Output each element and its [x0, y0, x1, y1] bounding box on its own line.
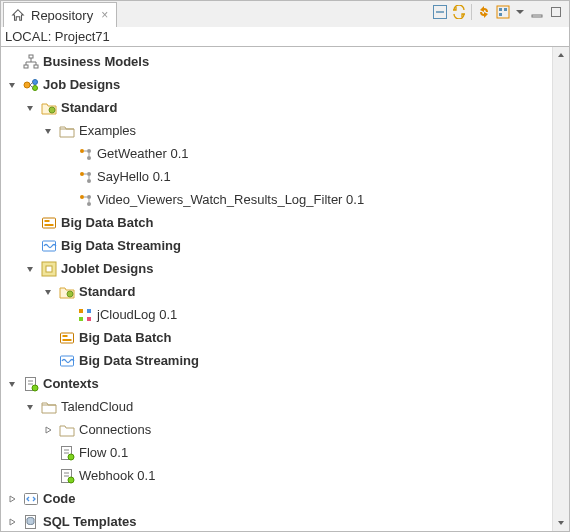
code-icon — [23, 491, 39, 507]
scroll-up-arrow[interactable] — [553, 47, 569, 63]
job-icon — [77, 169, 93, 185]
svg-rect-6 — [532, 15, 542, 17]
tree-node-label: Standard — [79, 284, 135, 299]
tree-node-label: Flow 0.1 — [79, 445, 128, 460]
tree-node[interactable]: Big Data Batch — [1, 211, 552, 234]
svg-rect-28 — [45, 224, 54, 226]
tree-node[interactable]: Code — [1, 487, 552, 510]
tree-node[interactable]: Big Data Batch — [1, 326, 552, 349]
tree-node-label: Webhook 0.1 — [79, 468, 155, 483]
svg-point-20 — [80, 172, 84, 176]
stream-icon — [41, 238, 57, 254]
job-root-icon — [23, 77, 39, 93]
twist-expanded-icon[interactable] — [41, 124, 55, 138]
sync-icon[interactable] — [477, 5, 491, 19]
svg-rect-33 — [79, 309, 83, 313]
scroll-down-arrow[interactable] — [553, 515, 569, 531]
svg-point-11 — [24, 82, 30, 88]
contexts-icon — [23, 376, 39, 392]
twist-expanded-icon[interactable] — [5, 377, 19, 391]
tree-node[interactable]: GetWeather 0.1 — [1, 142, 552, 165]
twist-none — [23, 216, 37, 230]
svg-point-13 — [33, 85, 38, 90]
tree-node[interactable]: SayHello 0.1 — [1, 165, 552, 188]
tree-node-label: Big Data Batch — [79, 330, 171, 345]
biz-models-icon — [23, 54, 39, 70]
svg-rect-27 — [45, 220, 50, 222]
vertical-scrollbar[interactable] — [552, 47, 569, 531]
collapse-all-icon[interactable] — [433, 5, 447, 19]
svg-point-52 — [68, 477, 74, 483]
tree-node-label: Contexts — [43, 376, 99, 391]
twist-collapsed-icon[interactable] — [5, 492, 19, 506]
tree-node[interactable]: Big Data Streaming — [1, 349, 552, 372]
view-menu-icon[interactable] — [515, 5, 525, 19]
svg-point-24 — [87, 195, 91, 199]
tab-bar: Repository × — [1, 1, 569, 27]
context-icon — [59, 468, 75, 484]
svg-rect-10 — [34, 65, 38, 68]
svg-rect-3 — [499, 8, 502, 11]
twist-collapsed-icon[interactable] — [41, 423, 55, 437]
svg-rect-38 — [63, 335, 68, 337]
tree-node-label: Business Models — [43, 54, 149, 69]
twist-collapsed-icon[interactable] — [5, 515, 19, 529]
svg-point-17 — [80, 149, 84, 153]
folder-closed-icon — [59, 422, 75, 438]
tree-node[interactable]: Big Data Streaming — [1, 234, 552, 257]
home-icon — [10, 7, 26, 23]
folder-icon — [59, 123, 75, 139]
svg-point-21 — [87, 172, 91, 176]
twist-expanded-icon[interactable] — [23, 400, 37, 414]
joblet-root-icon — [41, 261, 57, 277]
twist-none — [41, 331, 55, 345]
tree-node[interactable]: Webhook 0.1 — [1, 464, 552, 487]
minimize-icon[interactable] — [530, 5, 544, 19]
svg-rect-4 — [504, 8, 507, 11]
svg-point-23 — [80, 195, 84, 199]
twist-expanded-icon[interactable] — [23, 262, 37, 276]
twist-none — [59, 308, 73, 322]
svg-point-25 — [87, 202, 91, 206]
filter-icon[interactable] — [496, 5, 510, 19]
svg-rect-2 — [497, 6, 509, 18]
svg-rect-8 — [29, 55, 33, 58]
twist-expanded-icon[interactable] — [5, 78, 19, 92]
repository-tab[interactable]: Repository × — [3, 2, 117, 27]
tree-node[interactable]: SQL Templates — [1, 510, 552, 531]
tree-node-label: Connections — [79, 422, 151, 437]
tree-node[interactable]: Contexts — [1, 372, 552, 395]
tree-node[interactable]: Standard — [1, 280, 552, 303]
tree-node[interactable]: Standard — [1, 96, 552, 119]
tree-node[interactable]: Job Designs — [1, 73, 552, 96]
tree-node[interactable]: Examples — [1, 119, 552, 142]
svg-rect-7 — [552, 8, 561, 17]
view-toolbar — [433, 4, 563, 20]
svg-rect-5 — [499, 13, 502, 16]
svg-rect-36 — [87, 317, 91, 321]
svg-point-48 — [68, 454, 74, 460]
refresh-icon[interactable] — [452, 5, 466, 19]
svg-rect-9 — [24, 65, 28, 68]
svg-rect-39 — [63, 339, 72, 341]
project-path: LOCAL: Project71 — [1, 27, 569, 47]
tree-node[interactable]: Connections — [1, 418, 552, 441]
svg-rect-35 — [79, 317, 83, 321]
tree-node[interactable]: TalendCloud — [1, 395, 552, 418]
tree-node[interactable]: Joblet Designs — [1, 257, 552, 280]
tree-node[interactable]: Business Models — [1, 50, 552, 73]
twist-expanded-icon[interactable] — [41, 285, 55, 299]
repository-tree[interactable]: Business ModelsJob DesignsStandardExampl… — [1, 47, 552, 531]
tree-node[interactable]: Flow 0.1 — [1, 441, 552, 464]
svg-rect-26 — [43, 218, 56, 228]
twist-expanded-icon[interactable] — [23, 101, 37, 115]
twist-none — [23, 239, 37, 253]
tree-node[interactable]: jCloudLog 0.1 — [1, 303, 552, 326]
maximize-icon[interactable] — [549, 5, 563, 19]
tree-node[interactable]: Video_Viewers_Watch_Results_Log_Filter 0… — [1, 188, 552, 211]
stream-icon — [59, 353, 75, 369]
tree-node-label: Big Data Streaming — [61, 238, 181, 253]
tree-node-label: Job Designs — [43, 77, 120, 92]
tab-close-icon[interactable]: × — [101, 8, 108, 22]
svg-point-12 — [33, 79, 38, 84]
